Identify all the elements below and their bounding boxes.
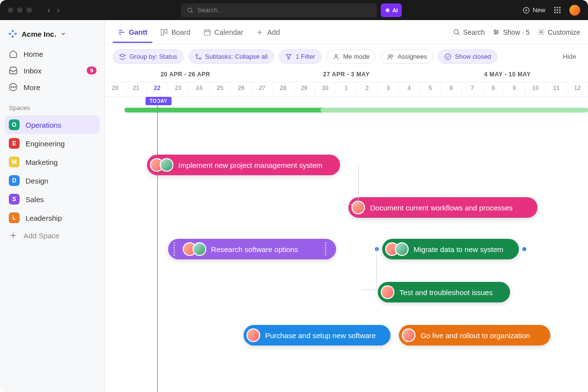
gantt-body: Implement new project management systemD… xyxy=(105,97,588,392)
assignee-avatars xyxy=(183,242,206,256)
tab-calendar[interactable]: Calendar xyxy=(198,22,248,43)
space-item-operations[interactable]: OOperations xyxy=(5,115,99,134)
assignee-avatars xyxy=(381,285,394,299)
hide-button[interactable]: Hide xyxy=(563,53,580,60)
tab-gantt[interactable]: Gantt xyxy=(113,22,152,43)
home-icon xyxy=(9,49,18,58)
chevron-down-icon xyxy=(60,31,66,37)
svg-rect-7 xyxy=(9,33,11,34)
inbox-icon xyxy=(9,66,18,75)
tab-add-view[interactable]: Add xyxy=(251,22,285,43)
day-cell: 11 xyxy=(546,82,567,96)
avatar[interactable] xyxy=(193,242,206,256)
layers-icon xyxy=(119,53,126,60)
check-circle-icon xyxy=(444,53,451,60)
summary-progress-remaining xyxy=(320,108,588,113)
group-by-chip[interactable]: Group by: Status xyxy=(113,49,184,64)
day-cell: 25 xyxy=(210,82,231,96)
nav-forward-icon[interactable]: › xyxy=(57,6,59,15)
nav-home[interactable]: Home xyxy=(5,46,99,62)
space-item-sales[interactable]: SSales xyxy=(5,190,99,208)
day-cell: 8 xyxy=(483,82,504,96)
avatar[interactable] xyxy=(381,285,394,299)
space-icon: M xyxy=(9,157,20,167)
avatar[interactable] xyxy=(402,328,416,342)
tab-board[interactable]: Board xyxy=(155,22,196,43)
sliders-icon xyxy=(492,28,500,36)
avatar[interactable] xyxy=(160,158,173,172)
drag-handle-icon[interactable] xyxy=(322,242,329,256)
space-icon: E xyxy=(9,138,20,149)
user-avatar[interactable] xyxy=(569,5,580,16)
assignees-chip[interactable]: Assignees xyxy=(381,49,433,64)
task-bar[interactable]: Go live and rollout to organization xyxy=(399,325,550,346)
subtasks-icon xyxy=(195,53,202,60)
plus-icon xyxy=(9,231,18,240)
day-cell: 24 xyxy=(189,82,210,96)
view-tabs: Gantt Board Calendar Add Search xyxy=(105,20,588,45)
show-button[interactable]: Show · 5 xyxy=(492,28,529,36)
assignee-avatars xyxy=(385,242,409,256)
apps-icon[interactable] xyxy=(554,7,561,13)
space-item-marketing[interactable]: MMarketing xyxy=(5,153,99,171)
task-bar[interactable]: Implement new project management system xyxy=(147,155,340,175)
task-label: Migrate data to new system xyxy=(414,245,503,254)
ai-button[interactable]: AI xyxy=(381,3,402,17)
nav-more[interactable]: More xyxy=(5,79,99,95)
drag-handle-icon[interactable] xyxy=(171,242,178,256)
close-window[interactable] xyxy=(8,7,13,13)
filter-chip[interactable]: 1 Filter xyxy=(279,49,321,64)
svg-point-34 xyxy=(540,31,542,33)
search-button[interactable]: Search xyxy=(453,28,485,36)
day-cell: 12 xyxy=(567,82,588,96)
week-label: 27 APR - 3 MAY xyxy=(266,69,427,82)
avatar[interactable] xyxy=(246,328,260,342)
svg-point-33 xyxy=(495,33,496,34)
customize-button[interactable]: Customize xyxy=(538,28,580,36)
assignee-avatars xyxy=(150,158,173,172)
svg-rect-6 xyxy=(12,35,13,38)
maximize-window[interactable] xyxy=(26,7,32,13)
space-item-leadership[interactable]: LLeadership xyxy=(5,208,99,227)
add-space-button[interactable]: Add Space xyxy=(5,227,99,244)
task-bar[interactable]: Test and troubleshoot issues xyxy=(378,282,510,302)
search-placeholder: Search... xyxy=(197,6,223,14)
day-cell: 21 xyxy=(126,82,147,96)
gantt-chart[interactable]: 20 APR - 26 APR27 APR - 3 MAY4 MAY - 10 … xyxy=(105,69,588,392)
people-icon xyxy=(387,53,394,60)
space-item-design[interactable]: DDesign xyxy=(5,171,99,190)
nav-inbox[interactable]: Inbox 9 xyxy=(5,62,99,79)
space-label: Leadership xyxy=(25,214,62,222)
task-bar[interactable]: Migrate data to new system xyxy=(382,239,519,259)
show-closed-chip[interactable]: Show closed xyxy=(438,49,497,64)
dependency-dot[interactable] xyxy=(522,247,526,251)
task-bar[interactable]: Research software options xyxy=(168,239,336,259)
day-cell: 28 xyxy=(273,82,294,96)
minimize-window[interactable] xyxy=(17,7,23,13)
day-cell: 22 xyxy=(147,82,168,96)
day-cell: 23 xyxy=(168,82,189,96)
svg-point-0 xyxy=(188,8,192,12)
global-search[interactable]: Search... xyxy=(181,3,377,17)
svg-rect-8 xyxy=(14,33,17,34)
task-bar[interactable]: Purchase and setup new software xyxy=(244,325,391,346)
svg-rect-18 xyxy=(161,29,164,35)
day-cell: 9 xyxy=(504,82,525,96)
day-cell: 6 xyxy=(441,82,462,96)
task-bar[interactable]: Document current workflows and processes xyxy=(348,197,538,218)
subtasks-chip[interactable]: Subtasks: Collapse all xyxy=(189,49,274,64)
avatar[interactable] xyxy=(395,242,409,256)
day-cell: 20 xyxy=(105,82,126,96)
day-cell: 7 xyxy=(462,82,483,96)
day-cell: 5 xyxy=(420,82,441,96)
plus-icon xyxy=(523,7,530,14)
me-mode-chip[interactable]: Me mode xyxy=(326,49,376,64)
workspace-selector[interactable]: Acme Inc. xyxy=(5,26,99,46)
space-item-engineering[interactable]: EEngineering xyxy=(5,134,99,153)
new-button[interactable]: New xyxy=(523,6,545,14)
person-icon xyxy=(333,53,340,60)
search-icon xyxy=(453,28,460,36)
assignee-avatars xyxy=(246,328,260,342)
nav-back-icon[interactable]: ‹ xyxy=(48,6,50,15)
space-label: Design xyxy=(25,177,49,185)
